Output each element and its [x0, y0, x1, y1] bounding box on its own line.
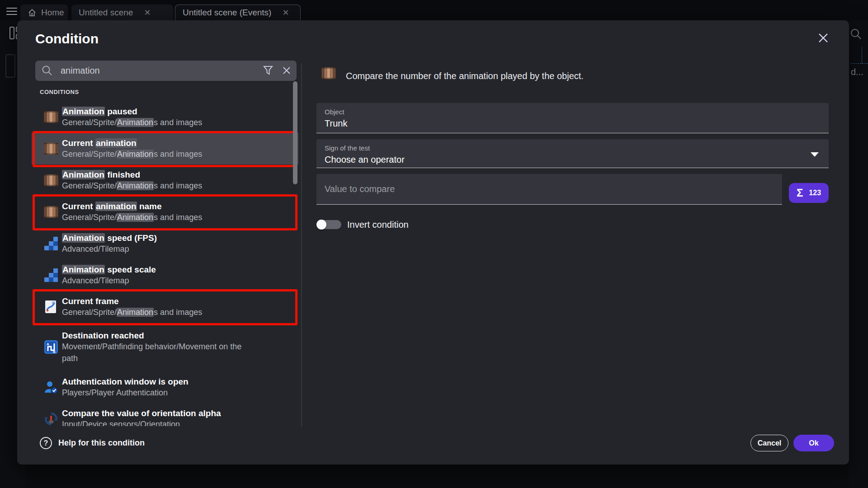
selection-dashed-border [862, 47, 862, 64]
condition-description: Compare the number of the animation play… [346, 71, 821, 81]
tab-label: Untitled scene (Events) [183, 8, 271, 18]
condition-list-item[interactable]: Animation speed (FPS) Advanced/Tilemap [32, 228, 298, 259]
list-section-header: CONDITIONS [40, 89, 79, 95]
tab-label: Untitled scene [79, 8, 133, 18]
ok-button[interactable]: Ok [793, 435, 834, 451]
value-input[interactable] [325, 178, 774, 199]
pathfinding-icon: A B [43, 340, 59, 354]
condition-item-path: Advanced/Tilemap [62, 243, 157, 255]
condition-item-path: General/Sprite/Animations and images [62, 117, 202, 128]
condition-item-title: Current frame [62, 296, 202, 306]
object-field-value: Trunk [325, 118, 821, 129]
condition-item-path: Input/Device sensors/Orientation [62, 418, 221, 426]
toggle-knob [316, 220, 326, 230]
sprite-animation-icon [43, 206, 59, 218]
condition-list-item[interactable]: Compare the value of orientation alpha I… [32, 403, 298, 426]
sprite-animation-icon [321, 67, 336, 80]
question-circle-icon: ? [40, 437, 52, 449]
expression-123-label: 123 [809, 189, 821, 197]
condition-list-item[interactable]: Current animation name General/Sprite/An… [32, 196, 298, 228]
operator-select[interactable]: Sign of the test Choose an operator [316, 139, 829, 168]
condition-item-path: General/Sprite/Animations and images [62, 211, 202, 223]
cancel-button[interactable]: Cancel [750, 435, 788, 451]
events-sheet-edge [849, 20, 868, 488]
chevron-down-icon [811, 152, 819, 157]
condition-list-item[interactable]: Current animation General/Sprite/Animati… [32, 133, 298, 164]
scrollbar-thumb[interactable] [293, 81, 297, 184]
condition-item-title: Destination reached [62, 330, 241, 341]
orientation-icon [43, 412, 59, 426]
condition-item-path: General/Sprite/Animations and images [62, 306, 202, 318]
help-link[interactable]: ? Help for this condition [40, 437, 145, 449]
condition-item-title: Animation paused [62, 106, 202, 117]
hamburger-icon[interactable] [6, 8, 17, 16]
condition-item-title: Authentication window is open [62, 376, 189, 387]
condition-item-title: Current animation [62, 138, 202, 148]
search-icon [42, 65, 53, 77]
condition-item-path: General/Sprite/Animations and images [62, 180, 202, 192]
player-authentication-icon [43, 380, 59, 394]
sprite-animation-icon [43, 111, 59, 123]
tilemap-icon [43, 268, 59, 282]
sigma-icon: Σ [797, 187, 803, 199]
condition-item-title: Animation finished [62, 169, 202, 180]
tab-bar: HomeUntitled scene✕Untitled scene (Event… [20, 0, 653, 20]
tab-label: Home [41, 8, 64, 18]
condition-dialog: Condition CONDITIONS [17, 20, 849, 465]
search-input[interactable] [61, 61, 250, 81]
condition-item-title: Current animation name [62, 201, 202, 211]
condition-item-title: Animation speed scale [62, 264, 156, 275]
close-icon[interactable] [816, 31, 835, 49]
condition-item-title: Animation speed (FPS) [62, 233, 157, 243]
help-link-label: Help for this condition [58, 438, 145, 448]
current-frame-icon [43, 300, 59, 314]
invert-condition-label: Invert condition [347, 220, 409, 230]
tab-home[interactable]: Home [20, 5, 68, 20]
clear-icon[interactable] [281, 65, 292, 76]
tilemap-icon [43, 237, 59, 250]
object-field[interactable]: Object Trunk [316, 103, 829, 133]
svg-text:B: B [53, 350, 56, 354]
condition-list-item[interactable]: Animation speed scale Advanced/Tilemap [32, 259, 298, 291]
condition-item-title: Compare the value of orientation alpha [62, 408, 221, 418]
panel-divider [301, 63, 302, 427]
filter-icon[interactable] [263, 65, 274, 76]
tab-close-icon[interactable]: ✕ [282, 8, 289, 18]
condition-item-path: General/Sprite/Animations and images [62, 148, 202, 160]
search-icon[interactable] [850, 28, 862, 40]
tab-untitled-scene[interactable]: Untitled scene✕ [71, 5, 173, 20]
condition-item-path: Movement/Pathfinding behavior/Movement o… [62, 341, 241, 352]
value-field [316, 174, 782, 205]
condition-list-item[interactable]: Authentication window is open Players/Pl… [32, 371, 298, 403]
condition-list-item[interactable]: Animation paused General/Sprite/Animatio… [32, 101, 298, 133]
clipped-event-text: d... [851, 67, 863, 77]
operator-select-value: Choose an operator [325, 155, 821, 165]
condition-item-path: path [62, 352, 241, 364]
tab-untitled-scene-events-[interactable]: Untitled scene (Events)✕ [175, 5, 301, 20]
expression-editor-button[interactable]: Σ 123 [789, 183, 829, 203]
object-field-label: Object [325, 108, 821, 116]
clipped-panel-box [5, 54, 15, 78]
condition-list-item[interactable]: Current frame General/Sprite/Animations … [32, 291, 298, 323]
condition-item-path: Advanced/Tilemap [62, 275, 156, 286]
selection-dashed-border [851, 63, 868, 64]
condition-list-item[interactable]: Animation finished General/Sprite/Animat… [32, 164, 298, 196]
condition-list-item[interactable]: A B Destination reached Movement/Pathfin… [32, 323, 298, 371]
sprite-animation-icon [43, 142, 59, 155]
operator-select-label: Sign of the test [325, 144, 821, 152]
search-bar [35, 61, 297, 81]
condition-item-path: Players/Player Authentication [62, 387, 189, 399]
conditions-list: CONDITIONS Animation paused General/Spri… [32, 84, 301, 426]
sprite-animation-icon [43, 174, 59, 187]
home-icon [28, 8, 37, 17]
tab-close-icon[interactable]: ✕ [144, 8, 151, 18]
svg-text:A: A [47, 342, 49, 346]
dialog-title: Condition [35, 31, 99, 47]
invert-condition-toggle[interactable] [316, 219, 343, 230]
